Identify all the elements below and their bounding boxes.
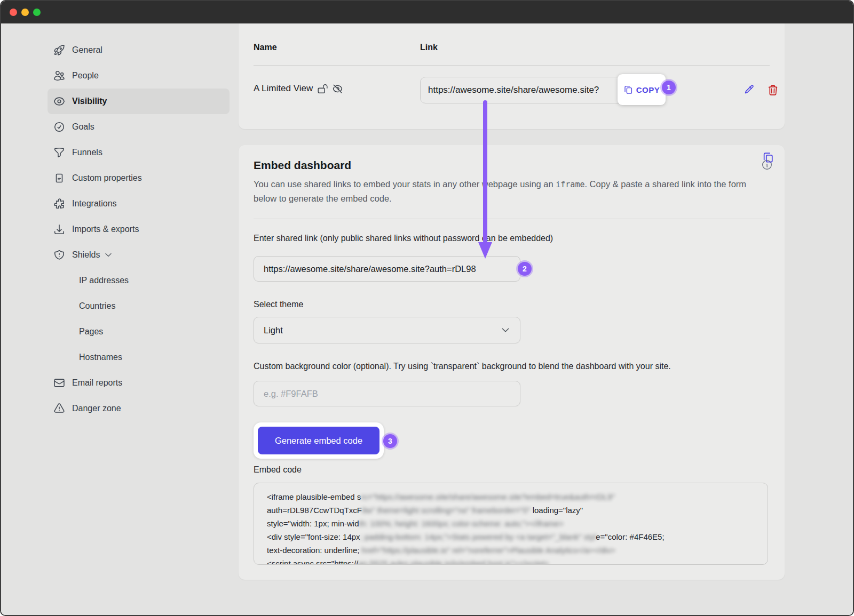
eye-icon [53,95,65,107]
chevron-down-icon [104,251,113,259]
inline-code-iframe: iframe [556,180,584,189]
sidebar-item-label: Email reports [72,378,122,388]
copy-icon [623,85,633,94]
puzzle-icon [53,198,65,210]
background-color-input[interactable] [254,381,520,406]
eye-off-icon [333,84,343,94]
sidebar-item-label: Integrations [72,199,117,209]
embed-code-line: auth=rDL987CcwTDqTxcF9w" theme=light scr… [267,503,736,517]
theme-field-label: Select theme [254,300,303,309]
column-header-link: Link [420,43,438,52]
generate-embed-code-button[interactable]: Generate embed code [258,427,379,454]
embed-code-line: style="width: 1px; min-width: 100%; heig… [267,517,736,530]
sidebar-item-label: Goals [72,122,94,132]
unlock-icon [318,84,328,94]
sidebar-item-label: Custom properties [72,173,142,183]
sidebar-item-funnels[interactable]: Funnels [48,140,230,165]
zoom-button[interactable] [33,9,41,16]
sidebar-item-custom-properties[interactable]: Custom properties [48,165,230,191]
rocket-icon [53,44,65,56]
sidebar-item-ip-addresses[interactable]: IP addresses [48,268,230,293]
sidebar-item-danger-zone[interactable]: Danger zone [48,396,230,421]
sidebar-item-imports-exports[interactable]: Imports & exports [48,217,230,242]
sidebar-item-label: Pages [79,327,103,337]
generate-button-highlight: Generate embed code [254,422,384,459]
sidebar-nav: GeneralPeopleVisibilityGoalsFunnelsCusto… [1,37,239,421]
theme-select[interactable]: Light [254,317,520,343]
sidebar-item-integrations[interactable]: Integrations [48,191,230,217]
users-icon [53,70,65,82]
embed-code-line: text-decoration: underline; href="https:… [267,543,736,557]
shield-icon [53,249,65,261]
step-badge-1: 1 [662,81,676,94]
embed-dashboard-card: Embed dashboard You can use shared links… [239,145,785,580]
embed-code-textarea[interactable]: <iframe plausible-embed src="https://awe… [254,483,768,565]
close-button[interactable] [10,9,17,16]
sidebar-item-label: Visibility [72,97,107,106]
mail-icon [53,377,65,389]
minimize-button[interactable] [21,9,29,16]
sidebar-item-people[interactable]: People [48,63,230,89]
section-divider [254,219,770,219]
sidebar-item-label: General [72,45,102,55]
embed-code-line: <div style="font-size: 14px; padding-bot… [267,530,736,543]
sidebar-item-label: Funnels [72,148,102,157]
copy-link-button[interactable]: COPY [618,74,666,105]
edit-link-button[interactable] [742,84,754,96]
annotation-arrow-head [478,242,492,259]
shared-link-field-label: Enter shared link (only public shared li… [254,234,553,243]
sidebar-item-pages[interactable]: Pages [48,319,230,345]
embed-code-label: Embed code [254,465,302,475]
step-badge-3: 3 [383,434,397,448]
sidebar-item-visibility[interactable]: Visibility [48,89,230,114]
embed-shared-link-input[interactable] [254,256,520,282]
copy-button-label: COPY [636,85,660,94]
sidebar-item-email-reports[interactable]: Email reports [48,370,230,396]
document-icon [53,172,65,184]
copy-code-icon[interactable] [762,151,774,163]
annotation-arrow [483,100,487,243]
shared-links-card: Name Link A Limited View COPY 1 [239,17,785,129]
chevron-down-icon [501,325,510,335]
delete-link-button[interactable] [767,84,779,96]
sidebar-item-shields[interactable]: Shields [48,242,230,268]
table-divider [254,65,770,66]
embed-card-description: You can use shared links to embed your s… [254,177,770,205]
check-circle-icon [53,121,65,133]
sidebar-item-hostnames[interactable]: Hostnames [48,345,230,370]
sidebar-item-goals[interactable]: Goals [48,114,230,140]
sidebar-item-general[interactable]: General [48,37,230,63]
sidebar-item-countries[interactable]: Countries [48,293,230,319]
download-icon [53,223,65,235]
sidebar-item-label: Shields [72,250,100,260]
theme-select-value: Light [264,325,283,335]
shared-link-name: A Limited View [254,83,313,94]
title-bar [1,1,853,23]
app-window: GeneralPeopleVisibilityGoalsFunnelsCusto… [0,0,854,616]
background-color-field-label: Custom background color (optional). Try … [254,362,671,371]
sidebar-item-label: Hostnames [79,353,122,362]
settings-sidebar: GeneralPeopleVisibilityGoalsFunnelsCusto… [1,23,239,615]
shared-link-row: A Limited View [254,83,343,94]
embed-code-line: <iframe plausible-embed src="https://awe… [267,490,736,503]
warning-icon [53,403,65,414]
embed-code-line: <script async src="https://an-5525.avles… [267,557,736,565]
settings-page: GeneralPeopleVisibilityGoalsFunnelsCusto… [1,23,853,615]
sidebar-item-label: Danger zone [72,404,121,413]
sidebar-item-label: People [72,71,99,81]
funnel-icon [53,147,65,158]
embed-card-title: Embed dashboard [254,159,351,172]
sidebar-item-label: Imports & exports [72,225,139,234]
column-header-name: Name [254,43,277,52]
sidebar-item-label: IP addresses [79,276,129,285]
sidebar-item-label: Countries [79,301,115,311]
step-badge-2: 2 [518,262,532,276]
